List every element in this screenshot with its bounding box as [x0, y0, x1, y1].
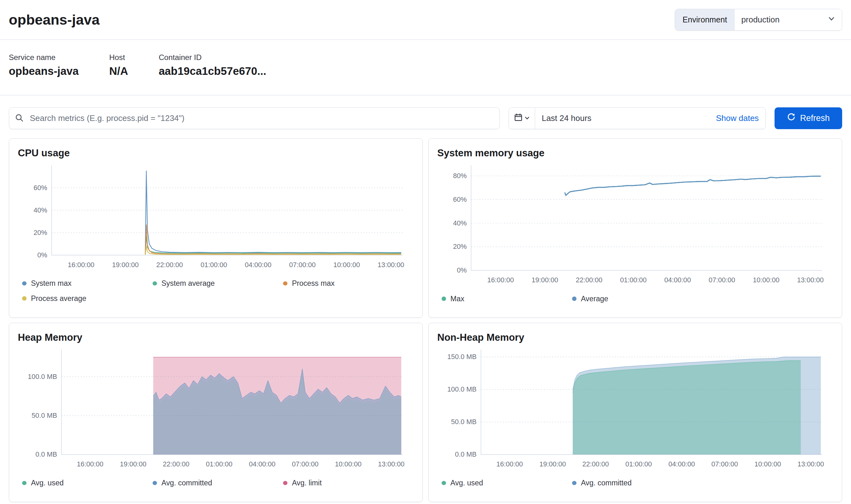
svg-text:20%: 20%	[34, 229, 47, 236]
legend-dot-icon	[153, 481, 157, 485]
svg-text:10:00:00: 10:00:00	[753, 276, 780, 284]
heap-memory-chart[interactable]: 100.0 MB50.0 MB0.0 MB16:00:0019:00:0022:…	[18, 347, 413, 472]
stat-label: Container ID	[159, 53, 266, 62]
legend-label: Max	[450, 295, 464, 303]
legend-dot-icon	[22, 481, 26, 485]
chart-title: CPU usage	[18, 147, 413, 159]
svg-text:40%: 40%	[34, 206, 47, 214]
svg-text:19:00:00: 19:00:00	[539, 461, 566, 468]
legend-item[interactable]: System average	[153, 279, 283, 288]
svg-text:10:00:00: 10:00:00	[335, 461, 362, 468]
apm-service-metrics-page: opbeans-java Environment production Serv…	[0, 0, 851, 502]
svg-text:40%: 40%	[453, 219, 466, 227]
legend-label: Avg. used	[31, 479, 64, 487]
legend-item[interactable]: Process average	[22, 294, 153, 303]
refresh-button[interactable]: Refresh	[775, 107, 843, 129]
chevron-down-icon	[525, 114, 530, 123]
show-dates-link[interactable]: Show dates	[716, 113, 759, 123]
chart-canvas: 60%40%20%0%16:00:0019:00:0022:00:0001:00…	[18, 163, 413, 270]
svg-text:07:00:00: 07:00:00	[289, 261, 316, 269]
legend-dot-icon	[442, 481, 446, 485]
chart-legend: MaxAverage	[437, 295, 833, 303]
chevron-down-icon	[828, 15, 835, 25]
svg-text:22:00:00: 22:00:00	[156, 261, 183, 269]
svg-text:19:00:00: 19:00:00	[532, 276, 558, 284]
svg-text:16:00:00: 16:00:00	[487, 276, 514, 284]
svg-text:04:00:00: 04:00:00	[245, 261, 271, 269]
metrics-toolbar: Last 24 hours Show dates Refresh	[0, 95, 851, 129]
legend-dot-icon	[22, 296, 26, 301]
system-memory-chart[interactable]: 80%60%40%20%0%16:00:0019:00:0022:00:0001…	[437, 163, 833, 288]
stat-label: Service name	[9, 53, 79, 62]
search-metrics-input[interactable]	[9, 107, 500, 129]
svg-text:13:00:00: 13:00:00	[378, 261, 404, 269]
legend-label: Avg. committed	[161, 479, 212, 487]
svg-text:100.0 MB: 100.0 MB	[28, 373, 57, 380]
svg-text:01:00:00: 01:00:00	[625, 461, 652, 468]
non-heap-memory-chart[interactable]: 150.0 MB100.0 MB50.0 MB0.0 MB16:00:0019:…	[437, 347, 833, 472]
svg-text:10:00:00: 10:00:00	[334, 261, 360, 269]
legend-item[interactable]: Avg. committed	[572, 479, 703, 487]
legend-label: Avg. used	[450, 479, 483, 487]
chart-canvas: 100.0 MB50.0 MB0.0 MB16:00:0019:00:0022:…	[18, 347, 413, 470]
stat-host: Host N/A	[109, 53, 128, 77]
date-range-picker: Last 24 hours Show dates	[509, 107, 766, 129]
legend-label: Avg. committed	[581, 479, 632, 487]
svg-text:50.0 MB: 50.0 MB	[451, 418, 477, 426]
svg-text:0.0 MB: 0.0 MB	[36, 451, 57, 458]
chart-canvas: 80%60%40%20%0%16:00:0019:00:0022:00:0001…	[437, 163, 833, 286]
stat-label: Host	[109, 53, 128, 62]
legend-item[interactable]: Avg. limit	[283, 479, 413, 487]
svg-text:07:00:00: 07:00:00	[292, 461, 318, 468]
svg-text:100.0 MB: 100.0 MB	[447, 385, 477, 394]
panel-non-heap-memory: Non-Heap Memory 150.0 MB100.0 MB50.0 MB0…	[428, 323, 843, 502]
svg-text:01:00:00: 01:00:00	[620, 276, 646, 284]
svg-text:20%: 20%	[453, 242, 466, 250]
chart-legend: System maxSystem averageProcess maxProce…	[18, 279, 413, 303]
service-summary: Service name opbeans-java Host N/A Conta…	[0, 40, 851, 95]
svg-text:60%: 60%	[453, 196, 466, 203]
refresh-label: Refresh	[800, 113, 830, 123]
legend-item[interactable]: Max	[442, 295, 572, 303]
calendar-menu-button[interactable]	[509, 108, 535, 129]
environment-filter: Environment production	[675, 9, 843, 31]
legend-item[interactable]: Avg. used	[442, 479, 572, 487]
legend-dot-icon	[572, 296, 577, 301]
calendar-icon	[514, 113, 523, 124]
stat-value: N/A	[109, 65, 128, 77]
charts-grid: CPU usage 60%40%20%0%16:00:0019:00:0022:…	[9, 138, 843, 502]
svg-text:04:00:00: 04:00:00	[249, 461, 276, 468]
svg-text:50.0 MB: 50.0 MB	[32, 412, 57, 419]
page-header: opbeans-java Environment production	[0, 0, 851, 40]
stat-value: opbeans-java	[9, 65, 79, 77]
environment-select[interactable]: production	[735, 9, 842, 30]
legend-item[interactable]: System max	[22, 279, 153, 288]
legend-item[interactable]: Avg. committed	[153, 479, 283, 487]
legend-label: Average	[581, 295, 608, 303]
svg-text:16:00:00: 16:00:00	[68, 261, 94, 269]
svg-text:16:00:00: 16:00:00	[496, 461, 523, 468]
svg-text:13:00:00: 13:00:00	[797, 276, 824, 284]
svg-text:13:00:00: 13:00:00	[798, 461, 824, 468]
svg-text:0%: 0%	[38, 251, 47, 259]
legend-dot-icon	[572, 481, 577, 485]
panel-cpu-usage: CPU usage 60%40%20%0%16:00:0019:00:0022:…	[9, 138, 423, 318]
svg-text:04:00:00: 04:00:00	[669, 461, 695, 468]
stat-service-name: Service name opbeans-java	[9, 53, 79, 77]
cpu-usage-chart[interactable]: 60%40%20%0%16:00:0019:00:0022:00:0001:00…	[18, 163, 413, 272]
chart-legend: Avg. usedAvg. committedAvg. limit	[18, 479, 413, 487]
svg-text:07:00:00: 07:00:00	[711, 461, 738, 468]
svg-text:01:00:00: 01:00:00	[206, 461, 232, 468]
legend-item[interactable]: Process max	[283, 279, 413, 288]
legend-label: System average	[161, 279, 215, 288]
chart-title: System memory usage	[437, 147, 833, 159]
svg-text:80%: 80%	[453, 172, 466, 180]
chart-title: Heap Memory	[18, 332, 413, 343]
legend-item[interactable]: Avg. used	[22, 479, 153, 487]
legend-item[interactable]: Average	[572, 295, 703, 303]
search-box	[9, 107, 500, 129]
svg-text:22:00:00: 22:00:00	[583, 461, 609, 468]
svg-text:19:00:00: 19:00:00	[112, 261, 139, 269]
time-range-display[interactable]: Last 24 hours Show dates	[535, 108, 765, 129]
chart-legend: Avg. usedAvg. committed	[437, 479, 833, 487]
